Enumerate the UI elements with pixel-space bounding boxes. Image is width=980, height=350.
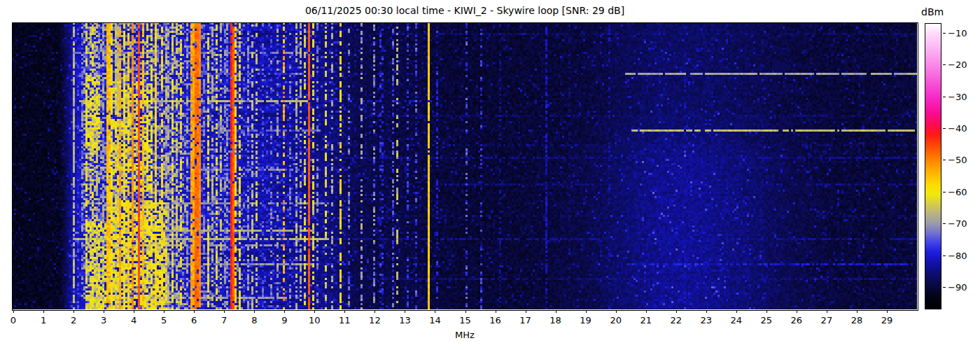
colorbar-tick-mark (943, 160, 946, 160)
x-tick-mark (344, 310, 345, 313)
x-tick-mark (314, 310, 315, 313)
x-tick-label: 15 (459, 315, 471, 326)
chart-title: 06/11/2025 00:30 local time - KIWI_2 - S… (305, 5, 624, 16)
x-tick-mark (194, 310, 195, 313)
x-tick-label: 18 (550, 315, 561, 326)
colorbar-tick-mark (943, 33, 946, 34)
x-tick-label: 11 (339, 315, 351, 326)
colorbar-tick-label: −70 (948, 218, 967, 229)
x-tick-mark (465, 310, 466, 313)
colorbar-tick-label: −90 (948, 282, 967, 293)
x-tick-label: 5 (161, 315, 167, 326)
x-tick-mark (224, 310, 225, 313)
x-tick-label: 14 (429, 315, 441, 326)
colorbar-tick-label: −30 (948, 91, 967, 102)
x-tick-label: 8 (251, 315, 257, 326)
colorbar-tick-label: −20 (948, 59, 967, 70)
x-tick-mark (13, 310, 14, 313)
x-tick-label: 10 (309, 315, 321, 326)
x-tick-label: 22 (670, 315, 682, 326)
x-tick-label: 27 (821, 315, 833, 326)
x-tick-mark (766, 310, 767, 313)
x-tick-label: 1 (41, 315, 46, 326)
x-tick-mark (736, 310, 737, 313)
colorbar-tick-label: −80 (948, 250, 967, 260)
colorbar-tick-mark (943, 192, 946, 192)
colorbar-tick-label: −60 (948, 186, 967, 197)
waterfall-heatmap (13, 23, 917, 309)
colorbar-tick-mark (943, 64, 946, 65)
x-tick-label: 0 (10, 315, 16, 326)
colorbar-tick-mark (943, 223, 946, 224)
x-tick-mark (586, 310, 587, 313)
x-tick-mark (284, 310, 285, 313)
x-tick-label: 26 (791, 315, 803, 326)
x-tick-mark (797, 310, 797, 313)
colorbar (925, 23, 941, 309)
x-tick-label: 25 (761, 315, 773, 326)
x-tick-mark (706, 310, 707, 313)
x-tick-mark (556, 310, 556, 313)
x-tick-mark (43, 310, 44, 313)
x-tick-mark (435, 310, 435, 313)
x-tick-label: 4 (131, 315, 136, 326)
x-tick-label: 24 (731, 315, 743, 326)
x-tick-label: 28 (851, 315, 863, 326)
x-tick-label: 21 (640, 315, 652, 326)
x-tick-mark (526, 310, 526, 313)
x-tick-mark (887, 310, 888, 313)
x-tick-mark (254, 310, 255, 313)
x-tick-mark (405, 310, 405, 313)
x-tick-label: 20 (610, 315, 622, 326)
x-tick-label: 23 (700, 315, 712, 326)
x-tick-mark (164, 310, 164, 313)
colorbar-tick-label: −10 (948, 27, 967, 38)
x-tick-label: 16 (489, 315, 501, 326)
x-tick-label: 17 (519, 315, 531, 326)
x-tick-label: 6 (191, 315, 197, 326)
colorbar-tick-label: −40 (948, 122, 967, 133)
x-tick-mark (616, 310, 617, 313)
colorbar-tick-mark (943, 287, 946, 288)
x-tick-label: 9 (281, 315, 287, 326)
x-tick-label: 29 (881, 315, 893, 326)
x-tick-mark (74, 310, 74, 313)
x-tick-label: 7 (221, 315, 227, 326)
colorbar-tick-mark (943, 97, 946, 97)
x-tick-label: 12 (369, 315, 381, 326)
x-tick-mark (676, 310, 677, 313)
x-tick-mark (857, 310, 858, 313)
x-tick-label: 2 (71, 315, 76, 326)
x-tick-label: 13 (399, 315, 411, 326)
colorbar-tick-mark (943, 128, 946, 129)
colorbar-unit-label: dBm (921, 6, 944, 18)
x-tick-mark (496, 310, 496, 313)
x-axis-label: MHz (455, 330, 475, 340)
colorbar-tick-mark (943, 255, 946, 256)
x-tick-mark (134, 310, 134, 313)
x-tick-label: 19 (580, 315, 592, 326)
x-tick-mark (374, 310, 375, 313)
spectrogram-figure: 06/11/2025 00:30 local time - KIWI_2 - S… (0, 0, 980, 350)
x-tick-label: 3 (101, 315, 106, 326)
x-tick-mark (827, 310, 827, 313)
x-tick-mark (646, 310, 647, 313)
colorbar-tick-label: −50 (948, 155, 967, 165)
x-tick-mark (104, 310, 104, 313)
